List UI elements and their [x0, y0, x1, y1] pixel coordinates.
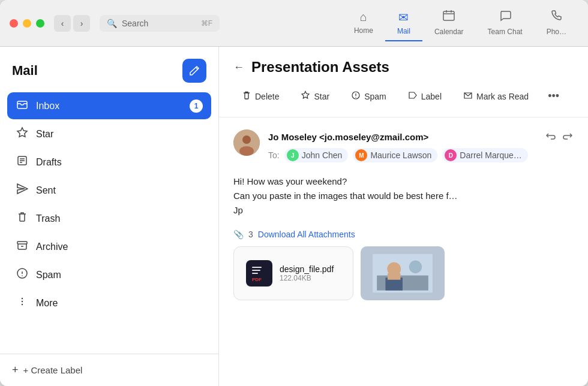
email-text: Hi! How was your weekend?Can you paste i… — [233, 174, 574, 218]
svg-point-23 — [239, 146, 254, 156]
svg-point-20 — [355, 96, 356, 97]
maximize-button[interactable] — [36, 19, 44, 28]
more-icon — [16, 295, 29, 310]
star-action-icon — [301, 91, 310, 102]
delete-icon — [242, 91, 251, 102]
recipient-maurice-lawson[interactable]: M Maurice Lawson — [353, 148, 437, 162]
to-label: To: — [268, 150, 280, 160]
spam-icon — [16, 267, 29, 282]
attachment-image[interactable] — [361, 246, 445, 300]
attachments-header: 📎 3 Download All Attachments — [233, 230, 574, 239]
sidebar-item-label-sent: Sent — [36, 185, 203, 196]
sidebar-item-archive[interactable]: Archive — [7, 233, 211, 260]
sidebar-item-label-trash: Trash — [36, 213, 203, 224]
create-label-button[interactable]: + + Create Label — [12, 364, 82, 376]
attachment-pdf[interactable]: PDF design_file.pdf 122.04KB — [233, 246, 353, 300]
sidebar-item-label-star: Star — [36, 129, 203, 140]
window-controls — [10, 19, 44, 28]
delete-button[interactable]: Delete — [233, 86, 287, 107]
delete-label: Delete — [255, 92, 279, 101]
recipient-john-chen[interactable]: J John Chen — [284, 148, 349, 162]
forward-button[interactable] — [562, 129, 574, 144]
close-button[interactable] — [10, 19, 18, 28]
spam-action-button[interactable]: Spam — [343, 86, 395, 107]
compose-button[interactable] — [182, 59, 206, 83]
sidebar-item-more[interactable]: More — [7, 290, 211, 316]
svg-rect-10 — [17, 242, 27, 244]
nav-item-phone[interactable]: Pho… — [535, 4, 578, 42]
svg-point-15 — [22, 298, 23, 299]
back-button[interactable]: ‹ — [54, 15, 71, 32]
email-back-button[interactable]: ← — [233, 61, 244, 74]
plus-icon: + — [12, 364, 19, 376]
label-icon — [408, 91, 418, 102]
john-chen-avatar: J — [287, 149, 299, 161]
svg-point-16 — [22, 301, 23, 302]
nav-item-mail[interactable]: ✉ Mail — [385, 5, 422, 41]
sidebar-item-drafts[interactable]: Drafts — [7, 149, 211, 176]
sidebar-header: Mail — [0, 47, 218, 92]
sidebar-item-spam[interactable]: Spam — [7, 261, 211, 288]
nav-item-teamchat[interactable]: Team Chat — [476, 4, 535, 42]
inbox-badge: 1 — [190, 99, 203, 113]
sidebar-item-label-more: More — [36, 298, 203, 309]
trash-icon — [16, 211, 29, 226]
darrel-avatar: D — [445, 149, 457, 161]
nav-item-home[interactable]: ⌂ Home — [342, 5, 385, 41]
recipient-darrel[interactable]: D Darrel Marque… — [442, 148, 527, 162]
pdf-icon: PDF — [246, 260, 272, 287]
nav-label-teamchat: Team Chat — [488, 28, 523, 36]
sidebar-item-star[interactable]: Star — [7, 120, 211, 147]
top-nav: ⌂ Home ✉ Mail Calendar — [342, 4, 578, 42]
sender-info: Jo Moseley <jo.moseley@zmail.com> — [268, 129, 574, 162]
sidebar-item-sent[interactable]: Sent — [7, 177, 211, 204]
minimize-button[interactable] — [23, 19, 31, 28]
email-body-text: Hi! How was your weekend?Can you paste i… — [233, 176, 458, 215]
mark-as-read-button[interactable]: Mark as Read — [455, 86, 537, 107]
email-body: Jo Moseley <jo.moseley@zmail.com> — [219, 117, 588, 386]
search-icon: 🔍 — [107, 19, 117, 28]
john-chen-name: John Chen — [302, 150, 343, 160]
star-action-label: Star — [314, 92, 329, 101]
attachment-image-thumbnail — [361, 246, 445, 300]
drafts-icon — [16, 155, 29, 170]
sidebar-footer: + + Create Label — [0, 354, 218, 386]
email-actions: Delete Star — [233, 85, 574, 107]
nav-arrows: ‹ › — [54, 15, 90, 32]
search-bar[interactable]: 🔍 Search ⌘F — [100, 15, 220, 32]
back-arrow-icon: ← — [233, 61, 244, 73]
maurice-lawson-avatar: M — [355, 149, 367, 161]
create-label-text: + Create Label — [23, 365, 83, 375]
sidebar-item-inbox[interactable]: Inbox 1 — [7, 92, 211, 119]
sent-icon — [16, 183, 29, 198]
label-label: Label — [421, 92, 442, 101]
attachment-info-pdf: design_file.pdf 122.04KB — [280, 264, 334, 282]
svg-point-14 — [22, 275, 23, 276]
star-action-button[interactable]: Star — [292, 86, 338, 107]
calendar-icon — [442, 9, 455, 25]
svg-rect-0 — [443, 11, 454, 20]
svg-point-22 — [242, 135, 251, 144]
maurice-lawson-name: Maurice Lawson — [370, 150, 431, 160]
more-options-button[interactable]: ••• — [542, 85, 565, 107]
sender-row: Jo Moseley <jo.moseley@zmail.com> — [233, 129, 574, 162]
attachments-list: PDF design_file.pdf 122.04KB — [233, 246, 574, 300]
main-content: Mail Inbox — [0, 47, 588, 386]
download-all-button[interactable]: Download All Attachments — [258, 230, 355, 239]
phone-icon — [550, 9, 563, 25]
nav-label-phone: Pho… — [547, 28, 566, 36]
label-button[interactable]: Label — [400, 86, 450, 107]
nav-label-home: Home — [354, 26, 373, 35]
search-shortcut: ⌘F — [201, 19, 212, 28]
forward-button[interactable]: › — [73, 15, 90, 32]
pdf-filename: design_file.pdf — [280, 264, 334, 274]
app-window: ‹ › 🔍 Search ⌘F ⌂ Home ✉ Mail — [0, 0, 588, 386]
nav-item-calendar[interactable]: Calendar — [422, 4, 476, 42]
sidebar-item-label-drafts: Drafts — [36, 157, 203, 168]
search-text: Search — [122, 19, 148, 28]
archive-icon — [16, 239, 29, 254]
email-subject: Presentation Assets — [251, 59, 389, 76]
reply-button[interactable] — [545, 129, 557, 144]
sidebar-item-trash[interactable]: Trash — [7, 205, 211, 232]
pdf-filesize: 122.04KB — [280, 274, 334, 282]
